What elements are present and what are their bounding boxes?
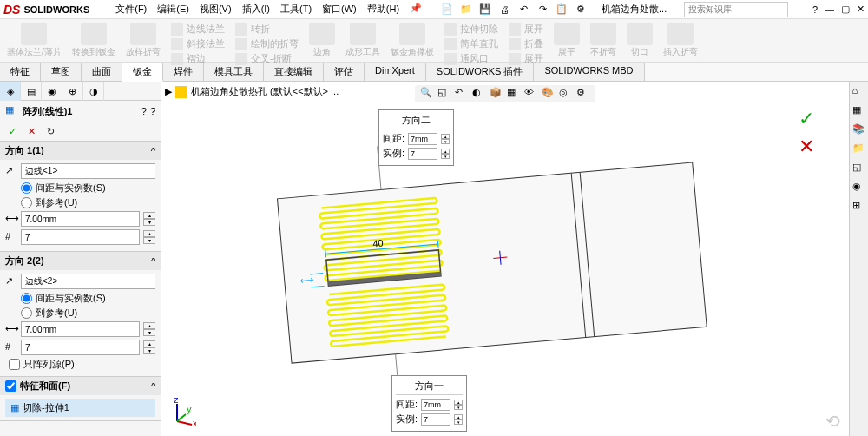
print-icon[interactable]: 🖨 [496,2,512,17]
dir1-edge[interactable] [21,163,155,179]
ok-icon[interactable]: ✓ [5,125,19,139]
spin-up[interactable]: ▴ [143,230,155,237]
help-icon[interactable]: ? [812,4,818,15]
dir2-radio-spacing[interactable] [21,293,32,304]
tab-mbd[interactable]: SOLIDWORKS MBD [534,63,644,81]
popup1-spacing[interactable] [421,399,450,411]
panel-tab-appear-icon[interactable]: ◑ [83,82,104,101]
search-input[interactable] [684,2,788,17]
tab-evaluate[interactable]: 评估 [324,63,365,81]
svg-line-7 [437,241,438,248]
collapse-icon[interactable]: ^ [151,256,155,267]
tab-plugins[interactable]: SOLIDWORKS 插件 [426,63,535,81]
collapse-icon[interactable]: ^ [151,381,155,392]
popup1-count[interactable] [421,413,450,426]
appearance-icon[interactable]: ◉ [852,181,866,195]
reverse-icon[interactable]: ↗ [5,275,17,287]
ribbon-rip[interactable]: 切口 [627,23,653,58]
svg-text:y: y [187,404,192,414]
tab-surface[interactable]: 曲面 [82,63,122,81]
spin-up[interactable]: ▴ [143,212,155,219]
library-icon[interactable]: 📚 [852,123,866,137]
only-seed-check[interactable] [9,359,20,370]
ribbon-loft[interactable]: 放样折弯 [126,23,161,58]
panel-tab-feature-tree-icon[interactable]: ◈ [0,82,21,101]
view-palette-icon[interactable]: ◱ [852,162,866,175]
tab-feature[interactable]: 特征 [0,63,41,81]
spin-up[interactable]: ▴ [143,340,155,347]
tab-directedit[interactable]: 直接编辑 [264,63,324,81]
help2-btn-icon[interactable]: ? [150,106,155,116]
cancel-icon[interactable]: ✕ [24,125,38,139]
reverse-icon[interactable]: ↗ [5,165,17,177]
spin-down[interactable]: ▾ [143,347,155,354]
ribbon-form[interactable]: 成形工具 [345,23,380,58]
tab-mold[interactable]: 模具工具 [204,63,264,81]
ribbon-convert[interactable]: 转换到钣金 [72,23,115,58]
menu-pin-icon[interactable]: 📌 [410,3,422,16]
ribbon-insertbend[interactable]: 插入折弯 [663,23,698,58]
collapse-icon[interactable]: ^ [151,146,155,156]
menu-help[interactable]: 帮助(H) [367,3,399,16]
options-icon[interactable]: ⚙ [573,2,589,17]
rebuild-icon[interactable]: 📋 [554,2,569,17]
popup2-spacing[interactable] [408,133,437,145]
undo-icon[interactable]: ↶ [516,2,531,17]
menu-edit[interactable]: 编辑(E) [157,3,189,16]
redo-icon[interactable]: ↷ [535,2,550,17]
menu-insert[interactable]: 插入(I) [242,3,270,16]
resources-icon[interactable]: ▦ [852,104,866,118]
dir1-opt1: 间距与实例数(S) [36,182,106,195]
popup2-count[interactable] [408,148,437,160]
spin-down[interactable]: ▾ [143,237,155,244]
dir2-opt1: 间距与实例数(S) [36,292,106,305]
ribbon-corner[interactable]: 边角 [309,23,335,58]
spin-up[interactable]: ▴ [143,322,155,329]
dir1-spacing[interactable] [21,211,140,227]
help-btn-icon[interactable]: ? [141,106,147,116]
panel-tab-dim-icon[interactable]: ⊕ [62,82,83,101]
minimize-icon[interactable]: — [825,4,834,15]
tab-sketch[interactable]: 草图 [41,63,82,81]
save-icon[interactable]: 💾 [477,2,493,17]
preview-icon[interactable]: ↻ [43,125,57,139]
dir2-edge[interactable] [21,274,155,289]
home-icon[interactable]: ⌂ [852,85,866,99]
popup-dir2[interactable]: 方向二 间距:▴▾ 实例:▴▾ [378,109,454,166]
spin-down[interactable]: ▾ [143,219,155,226]
spin-down[interactable]: ▾ [143,329,155,336]
dir1-count[interactable] [21,229,140,245]
featface-title: 特征和面(F) [20,380,151,393]
ribbon-flatten[interactable]: 展平 [554,23,580,58]
ribbon-baseflange[interactable]: 基体法兰/薄片 [7,23,62,58]
open-icon[interactable]: 📁 [458,2,474,17]
menu-view[interactable]: 视图(V) [200,3,232,16]
explorer-icon[interactable]: 📁 [852,142,866,156]
custom-icon[interactable]: ⊞ [852,200,866,214]
panel-tab-display-icon[interactable]: ◉ [42,82,62,101]
tab-sheetmetal[interactable]: 钣金 [122,63,163,82]
featface-check[interactable] [5,380,16,392]
dir2-radio-ref[interactable] [21,307,32,319]
menu-window[interactable]: 窗口(W) [322,3,357,16]
dir2-count[interactable] [21,340,140,355]
dir2-spacing[interactable] [21,321,140,337]
maximize-icon[interactable]: ▢ [841,3,850,15]
menu-tools[interactable]: 工具(T) [280,3,312,16]
menu-file[interactable]: 文件(F) [115,3,147,16]
command-tabs: 特征 草图 曲面 钣金 焊件 模具工具 直接编辑 评估 DimXpert SOL… [0,63,868,82]
new-icon[interactable]: 📄 [439,2,455,17]
close-icon[interactable]: ✕ [857,3,865,15]
feature-list-item[interactable]: ▦切除-拉伸1 [5,399,155,417]
ribbon-gusset[interactable]: 钣金角撑板 [391,23,434,58]
dir1-radio-ref[interactable] [21,197,32,208]
logo-icon: DS [3,3,20,17]
tab-dimxpert[interactable]: DimXpert [365,63,426,81]
rotate-icon[interactable]: ⟲ [825,411,840,432]
tab-weld[interactable]: 焊件 [163,63,204,81]
dir1-radio-spacing[interactable] [21,182,32,194]
popup-dir1[interactable]: 方向一 间距:▴▾ 实例:▴▾ [391,375,467,432]
panel-tab-config-icon[interactable]: ▤ [21,82,42,101]
ribbon-nobend[interactable]: 不折弯 [590,23,616,58]
3d-viewport[interactable]: ▶ 机箱边角处散热孔 (默认<<默认> ... 🔍 ◱ ↶ ◐ 📦 ▦ 👁 🎨 … [161,82,849,436]
